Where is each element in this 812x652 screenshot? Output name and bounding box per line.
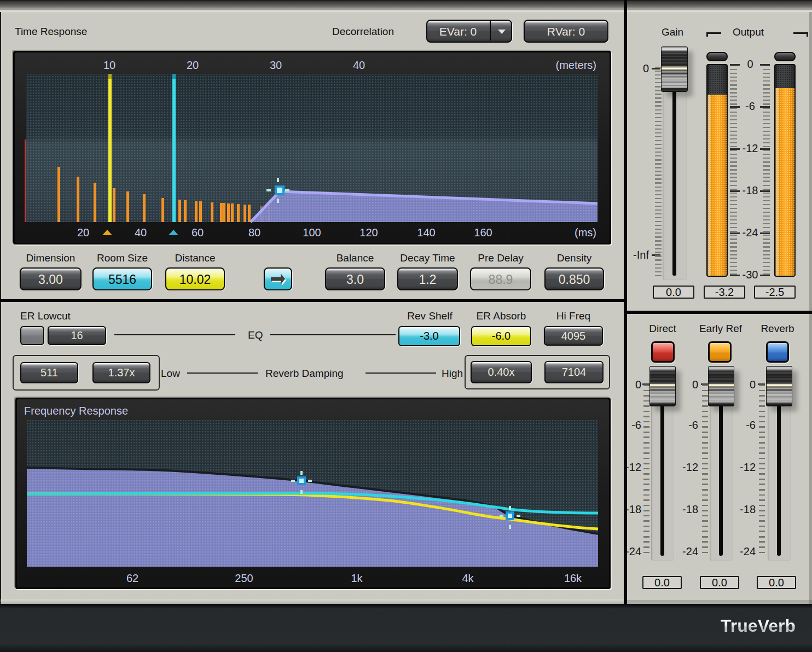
- svg-text:(ms): (ms): [575, 226, 596, 238]
- svg-text:1k: 1k: [351, 572, 363, 584]
- svg-text:140: 140: [417, 226, 435, 238]
- svg-text:10: 10: [103, 59, 115, 71]
- svg-text:62: 62: [126, 572, 138, 584]
- svg-text:250: 250: [235, 572, 253, 584]
- svg-text:20: 20: [187, 59, 199, 71]
- svg-text:120: 120: [359, 226, 378, 238]
- svg-text:4k: 4k: [462, 572, 474, 584]
- svg-text:60: 60: [192, 226, 204, 238]
- svg-text:20: 20: [77, 226, 89, 238]
- svg-text:160: 160: [474, 226, 492, 238]
- svg-text:40: 40: [135, 226, 147, 238]
- svg-text:Frequency Response: Frequency Response: [24, 405, 128, 417]
- svg-text:80: 80: [248, 226, 260, 238]
- svg-text:100: 100: [303, 226, 321, 238]
- svg-text:30: 30: [270, 59, 282, 71]
- svg-text:40: 40: [353, 59, 365, 71]
- svg-text:(meters): (meters): [556, 59, 596, 71]
- svg-text:16k: 16k: [564, 572, 582, 584]
